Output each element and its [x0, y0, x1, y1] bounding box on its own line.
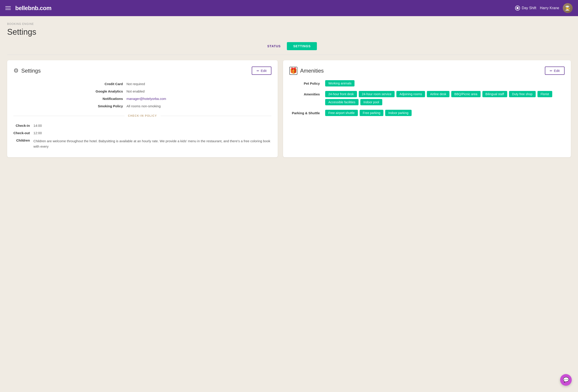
- main-content: ⚙ Settings ✏ Edit Credit Card Not requir…: [0, 55, 578, 163]
- amenities-card-title: Amenities: [300, 68, 324, 74]
- notifications-value: manager@hotelyorba.com: [127, 95, 271, 102]
- amenities-card-header: 🎁 Amenities ✏ Edit: [289, 66, 565, 75]
- checkin-table: Check-in 14:00 Check-out 12:00 Children …: [13, 122, 271, 151]
- tag: Indoor parking: [385, 110, 412, 116]
- page-header: BOOKING ENGINE Settings: [0, 16, 578, 40]
- avatar[interactable]: 👨‍🍳: [563, 3, 573, 13]
- smoking-policy-label: Smoking Policy: [13, 102, 127, 110]
- children-value: Children are welcome throughout the hote…: [33, 137, 271, 151]
- amenities-title-group: 🎁 Amenities: [289, 67, 324, 75]
- tag: Working animals: [325, 80, 354, 87]
- header-left: bellebnb.com: [5, 5, 51, 12]
- settings-card: ⚙ Settings ✏ Edit Credit Card Not requir…: [7, 60, 278, 157]
- table-row: Smoking Policy All rooms non-smoking: [13, 102, 271, 110]
- tag: Indoor pool: [360, 99, 382, 105]
- breadcrumb: BOOKING ENGINE: [7, 22, 571, 26]
- logo: bellebnb.com: [15, 5, 51, 12]
- pet-policy-row: Pet Policy Working animals: [289, 80, 565, 87]
- settings-edit-button[interactable]: ✏ Edit: [252, 66, 271, 75]
- table-row: Check-out 12:00: [13, 129, 271, 137]
- checkout-value: 12:00: [33, 129, 271, 137]
- credit-card-value: Not required: [127, 80, 271, 88]
- hamburger-menu[interactable]: [5, 6, 11, 10]
- tab-bar: STATUS SETTINGS: [7, 40, 571, 55]
- chat-button[interactable]: 💬: [560, 374, 572, 386]
- day-shift-toggle[interactable]: Day Shift: [515, 6, 536, 10]
- table-row: Google Analytics Not enabled: [13, 88, 271, 95]
- tag: Florist: [537, 91, 552, 97]
- gift-icon: 🎁: [289, 67, 297, 75]
- table-row: Check-in 14:00: [13, 122, 271, 129]
- user-name: Harry Krane: [540, 6, 559, 10]
- table-row: Children Children are welcome throughout…: [13, 137, 271, 151]
- gear-icon: ⚙: [13, 67, 19, 74]
- tag: Duty free shop: [509, 91, 536, 97]
- amenities-edit-button[interactable]: ✏ Edit: [545, 66, 565, 75]
- email-link[interactable]: manager@hotelyorba.com: [127, 97, 166, 100]
- day-shift-label: Day Shift: [522, 6, 536, 10]
- pencil-icon: ✏: [550, 69, 552, 73]
- chat-icon: 💬: [563, 377, 569, 383]
- section-label: CHECK-IN POLICY: [125, 114, 161, 117]
- settings-card-header: ⚙ Settings ✏ Edit: [13, 66, 271, 75]
- amenity-tags: 24-hour front desk 24-hour room service …: [325, 91, 565, 105]
- header-right: Day Shift Harry Krane 👨‍🍳: [515, 3, 573, 13]
- pet-policy-label: Pet Policy: [289, 80, 325, 85]
- amenities-card: 🎁 Amenities ✏ Edit Pet Policy Working an…: [283, 60, 571, 157]
- table-row: Notifications manager@hotelyorba.com: [13, 95, 271, 102]
- tag: Airline desk: [427, 91, 449, 97]
- google-analytics-value: Not enabled: [127, 88, 271, 95]
- check-in-divider: CHECK-IN POLICY: [13, 114, 271, 117]
- tag: BBQ/Picnic area: [451, 91, 481, 97]
- pet-tags: Working animals: [325, 80, 565, 87]
- amenities-edit-label: Edit: [554, 69, 560, 73]
- checkout-label: Check-out: [13, 129, 33, 137]
- tag: Bilingual staff: [482, 91, 507, 97]
- amenities-label: Amenities: [289, 91, 325, 96]
- notifications-label: Notifications: [13, 95, 127, 102]
- amenities-row: Amenities 24-hour front desk 24-hour roo…: [289, 91, 565, 105]
- settings-title-group: ⚙ Settings: [13, 67, 41, 74]
- credit-card-label: Credit Card: [13, 80, 127, 88]
- checkin-label: Check-in: [13, 122, 33, 129]
- parking-shuttle-row: Parking & Shuttle Free airport shuttle F…: [289, 110, 565, 116]
- tab-settings[interactable]: SETTINGS: [287, 42, 317, 50]
- children-label: Children: [13, 137, 33, 151]
- smoking-policy-value: All rooms non-smoking: [127, 102, 271, 110]
- parking-tags: Free airport shuttle Free parking Indoor…: [325, 110, 565, 116]
- parking-label: Parking & Shuttle: [289, 110, 325, 115]
- page-title: Settings: [7, 27, 571, 37]
- checkin-value: 14:00: [33, 122, 271, 129]
- tag: 24-hour front desk: [325, 91, 357, 97]
- avatar-image: 👨‍🍳: [563, 3, 573, 13]
- tag: Accessible facilities: [325, 99, 359, 105]
- settings-edit-label: Edit: [261, 69, 267, 73]
- tag: Free airport shuttle: [325, 110, 358, 116]
- tag: 24-hour room service: [359, 91, 395, 97]
- tag: Free parking: [360, 110, 384, 116]
- settings-card-title: Settings: [21, 68, 41, 74]
- table-row: Credit Card Not required: [13, 80, 271, 88]
- settings-table: Credit Card Not required Google Analytic…: [13, 80, 271, 110]
- tag: Adjoining rooms: [396, 91, 425, 97]
- pencil-icon: ✏: [257, 69, 259, 73]
- header: bellebnb.com Day Shift Harry Krane 👨‍🍳: [0, 0, 578, 16]
- google-analytics-label: Google Analytics: [13, 88, 127, 95]
- sun-icon: [515, 6, 520, 10]
- tab-status[interactable]: STATUS: [261, 42, 287, 50]
